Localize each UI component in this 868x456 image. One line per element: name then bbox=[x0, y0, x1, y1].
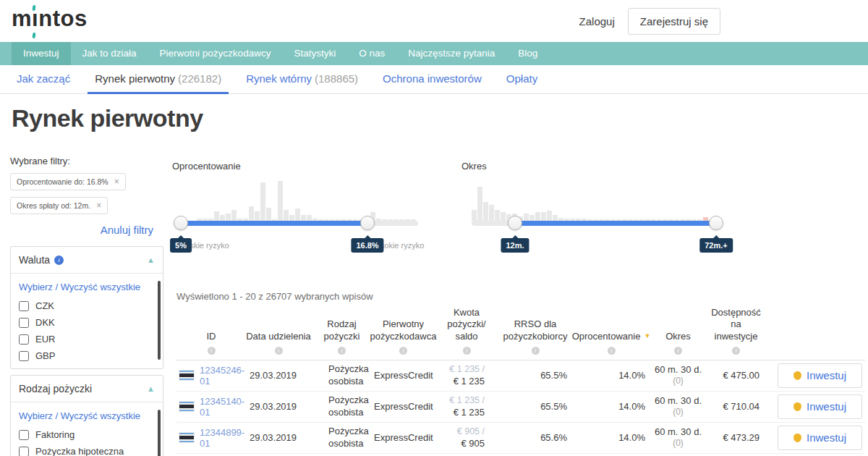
column-header-available[interactable]: Dostępność na inwestycjei bbox=[705, 307, 767, 355]
column-header-originator[interactable]: Pierwotny pożyczkodawcai bbox=[373, 307, 434, 355]
loan-date: 29.03.2019 bbox=[246, 401, 311, 412]
checkbox-option-faktoring[interactable]: Faktoring bbox=[19, 426, 151, 443]
slider-handle-max[interactable] bbox=[360, 216, 375, 230]
select-all-link[interactable]: Wybierz / Wyczyść wszystkie bbox=[19, 410, 151, 421]
scrollbar[interactable] bbox=[158, 281, 161, 360]
column-header-actions bbox=[767, 307, 865, 355]
login-link[interactable]: Zaloguj bbox=[579, 15, 615, 28]
register-button[interactable]: Zarejestruj się bbox=[628, 8, 720, 35]
panel-title: Rodzaj pożyczki bbox=[19, 383, 92, 394]
info-icon[interactable]: i bbox=[399, 347, 407, 355]
checkbox-icon[interactable] bbox=[19, 430, 29, 440]
subnav-rynek-pierwotny[interactable]: Rynek pierwotny(226182) bbox=[88, 65, 229, 94]
top-bar: mıntos Zaloguj Zarejestruj się bbox=[0, 0, 868, 42]
checkbox-option-gbp[interactable]: GBP bbox=[19, 347, 151, 364]
info-icon[interactable]: i bbox=[463, 347, 471, 355]
nav-item-statystyki[interactable]: Statystyki bbox=[282, 42, 347, 65]
checkbox-option-dkk[interactable]: DKK bbox=[19, 314, 151, 331]
column-header-date[interactable]: Data udzieleniai bbox=[246, 307, 311, 355]
sort-desc-icon[interactable]: ▼ bbox=[644, 332, 650, 340]
table-row: 12345246-01 29.03.2019 Pożyczka osobista… bbox=[176, 360, 865, 392]
scrollbar[interactable] bbox=[158, 410, 161, 456]
checkbox-icon[interactable] bbox=[19, 351, 29, 361]
invest-button[interactable]: Inwestuj bbox=[778, 394, 862, 419]
checkbox-icon[interactable] bbox=[19, 318, 29, 328]
loan-type: Pożyczka osobista bbox=[311, 394, 373, 419]
chevron-up-icon[interactable]: ▲ bbox=[147, 384, 155, 393]
page: mıntos Zaloguj Zarejestruj się Inwestuj … bbox=[0, 0, 868, 456]
subnav-jak-zaczac[interactable]: Jak zacząć bbox=[9, 65, 77, 94]
clear-filters-link[interactable]: Anuluj filtry bbox=[10, 224, 163, 236]
info-icon[interactable]: i bbox=[54, 256, 64, 265]
loan-rrso: 65.5% bbox=[499, 370, 571, 381]
slider-handle-min[interactable] bbox=[174, 216, 188, 230]
subnav-oplaty[interactable]: Opłaty bbox=[499, 65, 545, 94]
listing-count: (226182) bbox=[178, 72, 221, 85]
info-icon[interactable]: i bbox=[532, 347, 540, 355]
checkbox-option-eur[interactable]: EUR bbox=[19, 331, 151, 347]
loan-term: 60 m. 30 d.(0) bbox=[651, 426, 705, 449]
column-header-rrso[interactable]: RRSO dla pożyczkobiorcyi bbox=[499, 307, 571, 355]
slider-value-max: 16.8% bbox=[351, 238, 383, 253]
checkbox-icon[interactable] bbox=[19, 447, 29, 456]
subnav-rynek-wtorny[interactable]: Rynek wtórny(188865) bbox=[239, 65, 365, 94]
slider-fill bbox=[515, 221, 716, 226]
slider-handle-max[interactable] bbox=[709, 216, 723, 230]
slider-value-min: 12m. bbox=[501, 238, 529, 253]
invest-button[interactable]: Inwestuj bbox=[778, 426, 862, 450]
invest-button[interactable]: Inwestuj bbox=[778, 363, 862, 388]
info-icon[interactable]: i bbox=[338, 347, 346, 355]
nav-item-blog[interactable]: Blog bbox=[506, 42, 549, 65]
info-icon[interactable]: i bbox=[608, 347, 616, 355]
shield-icon bbox=[793, 402, 801, 411]
main-nav: Inwestuj Jak to działa Pierwotni pożyczk… bbox=[0, 42, 868, 65]
column-header-term[interactable]: Okresi bbox=[651, 307, 705, 355]
term-histogram bbox=[472, 174, 714, 221]
nav-item-jak-to-dziala[interactable]: Jak to działa bbox=[71, 42, 148, 65]
loan-id-link[interactable]: 12344899-01 bbox=[200, 427, 246, 449]
remove-chip-icon[interactable]: × bbox=[96, 202, 101, 209]
botswana-flag-icon bbox=[179, 433, 194, 442]
subnav-ochrona-inwestorow[interactable]: Ochrona inwestorów bbox=[375, 65, 489, 94]
chip-label: Okres spłaty od: 12m. bbox=[17, 201, 90, 210]
main-content: Oprocentowanie Niskie ryzyko Wysokie ryz… bbox=[172, 161, 865, 456]
nav-item-pierwotni-pozyczkodawcy[interactable]: Pierwotni pożyczkodawcy bbox=[148, 42, 283, 65]
nav-item-inwestuj[interactable]: Inwestuj bbox=[12, 42, 71, 65]
select-all-link[interactable]: Wybierz / Wyczyść wszystkie bbox=[19, 282, 151, 292]
remove-chip-icon[interactable]: × bbox=[114, 178, 119, 185]
logo-text: m bbox=[12, 6, 32, 31]
panel-title: Waluta bbox=[19, 254, 50, 266]
slider-track[interactable] bbox=[179, 221, 418, 226]
loan-originator: ExpressCredit bbox=[373, 432, 434, 443]
info-icon[interactable]: i bbox=[275, 347, 283, 355]
checkbox-icon[interactable] bbox=[19, 301, 29, 311]
nav-item-najczestsze-pytania[interactable]: Najczęstsze pytania bbox=[396, 42, 506, 65]
checkbox-icon[interactable] bbox=[19, 334, 29, 345]
info-icon[interactable]: i bbox=[208, 347, 216, 355]
brand-logo[interactable]: mıntos bbox=[12, 6, 88, 32]
loan-rate: 14.0% bbox=[571, 432, 651, 443]
filters-sidebar: Wybrane filtry: Oprocentowanie do: 16.8%… bbox=[10, 156, 163, 456]
currency-panel-header[interactable]: Waluta i ▲ bbox=[11, 247, 163, 274]
loan-type-panel-header[interactable]: Rodzaj pożyczki ▲ bbox=[11, 376, 163, 402]
loan-available: € 473.29 bbox=[705, 432, 767, 443]
info-icon[interactable]: i bbox=[674, 347, 682, 355]
loan-id-link[interactable]: 12345246-01 bbox=[200, 365, 246, 387]
column-header-rate[interactable]: Oprocentowanie▼i bbox=[571, 307, 651, 355]
column-header-loan-type[interactable]: Rodzaj pożyczkii bbox=[311, 307, 373, 355]
checkbox-option-czk[interactable]: CZK bbox=[19, 297, 151, 314]
info-icon[interactable]: i bbox=[732, 347, 740, 355]
loan-amount: € 1 235 /€ 1 235 bbox=[434, 394, 499, 419]
interest-rate-slider: Oprocentowanie Niskie ryzyko Wysokie ryz… bbox=[172, 161, 433, 269]
column-header-amount[interactable]: Kwota pożyczki/ saldoi bbox=[434, 307, 499, 355]
checkbox-option-hipoteczna[interactable]: Pożyczka hipoteczna bbox=[19, 443, 151, 456]
column-header-id[interactable]: IDi bbox=[176, 307, 246, 355]
chevron-up-icon[interactable]: ▲ bbox=[147, 256, 155, 264]
botswana-flag-icon bbox=[179, 402, 194, 411]
listing-count: (188865) bbox=[315, 72, 358, 85]
loan-id-link[interactable]: 12345140-01 bbox=[200, 396, 246, 418]
filter-chip-rate: Oprocentowanie do: 16.8% × bbox=[10, 173, 126, 190]
nav-item-o-nas[interactable]: O nas bbox=[347, 42, 396, 65]
slider-handle-min[interactable] bbox=[508, 216, 522, 230]
currency-panel-body: Wybierz / Wyczyść wszystkie CZK DKK EUR … bbox=[11, 274, 163, 368]
